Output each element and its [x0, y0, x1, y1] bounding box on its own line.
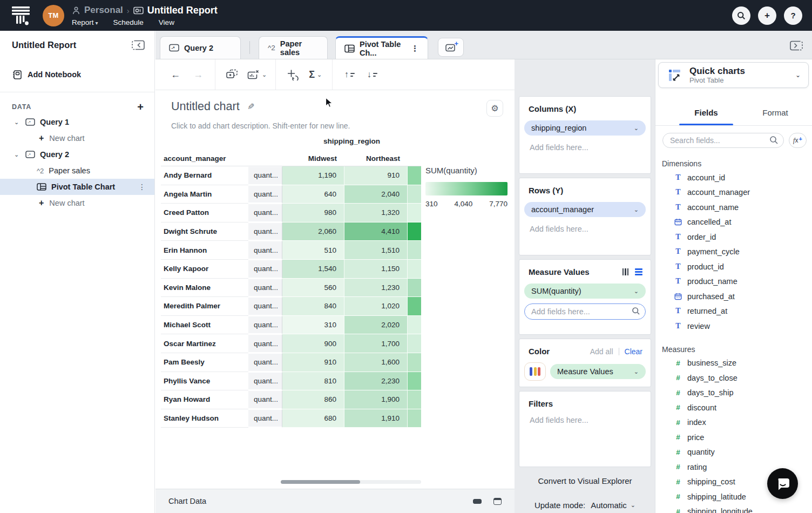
pivot-row-name[interactable]: Pam Beesly [161, 353, 248, 372]
update-mode-dropdown[interactable]: Automatic ⌄ [591, 501, 635, 510]
columns-layout-icon[interactable] [622, 268, 629, 275]
convert-to-visual-explorer-button[interactable]: Convert to Visual Explorer [519, 476, 651, 485]
minimize-panel-icon[interactable] [473, 499, 482, 504]
measure-item-price[interactable]: #price [655, 430, 812, 445]
measure-item-index[interactable]: #index [655, 415, 812, 430]
pivot-cell-value[interactable]: 840 [282, 297, 344, 316]
measure-item-quantity[interactable]: #quantity [655, 445, 812, 460]
dimension-item-order_id[interactable]: Torder_id [655, 230, 812, 245]
color-palette-button[interactable] [524, 362, 546, 381]
app-logo[interactable] [11, 5, 31, 26]
measure-item-shipping_longitude[interactable]: #shipping_longitude [655, 504, 812, 513]
measure-item-days_to_ship[interactable]: #days_to_ship [655, 386, 812, 401]
horizontal-scrollbar[interactable] [281, 480, 421, 484]
pivot-cell-value[interactable]: 910 [344, 166, 408, 185]
edit-pencil-icon[interactable]: ✎ [247, 102, 254, 112]
pivot-cell-value[interactable]: 1,150 [344, 260, 408, 279]
swap-axes-button[interactable] [285, 65, 301, 84]
pivot-cell-value[interactable]: 900 [282, 334, 344, 353]
pivot-cell-value[interactable]: 1,540 [282, 260, 344, 279]
pivot-cell-value[interactable]: 860 [282, 390, 344, 409]
sidebar-item-paper-sales[interactable]: ^2 Paper sales [0, 163, 154, 179]
pivot-row-name[interactable]: Erin Hannon [161, 241, 248, 260]
breadcrumb-report-title[interactable]: Untitled Report [147, 5, 218, 16]
redo-button[interactable]: → [190, 65, 206, 84]
search-button[interactable] [732, 6, 750, 25]
pivot-cell-value[interactable]: 510 [282, 241, 344, 260]
filters-dropzone[interactable]: Add fields here... [524, 408, 646, 424]
pivot-cell-value[interactable]: 1,190 [282, 166, 344, 185]
sidebar-item-new-chart-1[interactable]: + New chart [0, 130, 154, 146]
pivot-row-name[interactable]: Angela Martin [161, 185, 248, 204]
measure-item-days_to_close[interactable]: #days_to_close [655, 370, 812, 386]
add-measure-field-input[interactable] [524, 303, 646, 320]
pivot-cell-value[interactable]: 2,060 [282, 222, 344, 241]
chart-description-placeholder[interactable]: Click to add chart description. Shift-en… [171, 122, 350, 130]
pivot-cell-value[interactable]: 910 [282, 353, 344, 372]
column-header-midwest[interactable]: Midwest [282, 154, 344, 163]
dimension-item-review[interactable]: Treview [655, 319, 812, 334]
dimension-item-account_id[interactable]: Taccount_id [655, 170, 812, 185]
dimension-item-cancelled_at[interactable]: cancelled_at [655, 215, 812, 230]
sort-descending-button[interactable]: ↓ [364, 65, 380, 84]
kebab-menu-icon[interactable]: ⋮ [411, 44, 419, 53]
pivot-row-name[interactable]: Andy Bernard [161, 166, 248, 185]
columns-x-pill-shipping-region[interactable]: shipping_region ⌄ [524, 120, 646, 136]
add-all-link[interactable]: Add all [590, 347, 613, 356]
chart-data-label[interactable]: Chart Data [168, 497, 206, 505]
chart-type-selector[interactable]: Quick charts Pivot Table ⌄ [658, 62, 809, 88]
measure-pill-sum-quantity[interactable]: SUM(quantity) ⌄ [524, 284, 646, 299]
user-avatar[interactable]: TM [43, 5, 64, 26]
help-button[interactable]: ? [784, 6, 802, 25]
sidebar-item-new-chart-2[interactable]: + New chart [0, 195, 154, 211]
pivot-cell-value[interactable]: 310 [282, 316, 344, 335]
pivot-cell-value[interactable]: 1,900 [344, 390, 408, 409]
pivot-cell-value[interactable]: 1,910 [344, 409, 408, 428]
pivot-row-name[interactable]: Michael Scott [161, 316, 248, 335]
dimension-item-payment_cycle[interactable]: Tpayment_cycle [655, 245, 812, 260]
pivot-cell-value[interactable]: 1,320 [344, 204, 408, 222]
columns-x-dropzone[interactable]: Add fields here... [524, 136, 646, 152]
pivot-row-name[interactable]: Oscar Martinez [161, 334, 248, 353]
dimension-item-purchased_at[interactable]: purchased_at [655, 289, 812, 304]
add-button[interactable]: + [758, 6, 776, 25]
pivot-cell-value[interactable]: 1,600 [344, 353, 408, 372]
chevron-down-icon[interactable]: ⌄ [14, 119, 22, 126]
measure-item-discount[interactable]: #discount [655, 400, 812, 415]
search-fields-input[interactable] [662, 133, 784, 148]
maximize-panel-icon[interactable] [493, 498, 502, 505]
rows-y-pill-account-manager[interactable]: account_manager ⌄ [524, 202, 646, 217]
pivot-row-name[interactable]: Stanley Hudson [161, 409, 248, 428]
chart-settings-button[interactable]: ⚙ [486, 100, 503, 117]
dimension-item-account_manager[interactable]: Taccount_manager [655, 185, 812, 200]
clear-link[interactable]: Clear [625, 347, 642, 356]
pivot-cell-value[interactable]: 680 [282, 409, 344, 428]
pivot-row-name[interactable]: Dwight Schrute [161, 222, 248, 241]
pivot-cell-value[interactable]: 980 [282, 204, 344, 222]
pivot-cell-value[interactable]: 560 [282, 279, 344, 298]
row-dimension-header[interactable]: account_manager [161, 154, 248, 163]
tab-query-2[interactable]: -* Query 2 [160, 36, 241, 59]
dimension-item-product_name[interactable]: Tproduct_name [655, 274, 812, 289]
pivot-cell-value[interactable]: 1,020 [344, 297, 408, 316]
pivot-cell-value[interactable]: 640 [282, 185, 344, 204]
pivot-cell-value[interactable]: 1,230 [344, 279, 408, 298]
add-formula-button[interactable]: fx+ [789, 133, 807, 148]
menu-view[interactable]: View [159, 18, 174, 26]
pivot-cell-value[interactable]: 2,020 [344, 316, 408, 335]
delete-chart-button[interactable]: ⌄ [247, 65, 267, 84]
measure-item-business_size[interactable]: #business_size [655, 356, 812, 371]
rows-layout-icon[interactable] [635, 268, 642, 275]
menu-schedule[interactable]: Schedule [113, 18, 144, 26]
collapse-sidebar-button[interactable] [131, 39, 146, 52]
dimension-item-account_name[interactable]: Taccount_name [655, 200, 812, 215]
tab-fields[interactable]: Fields [672, 100, 741, 125]
duplicate-chart-button[interactable] [224, 65, 240, 84]
expand-right-panel-button[interactable] [789, 39, 804, 52]
kebab-menu-icon[interactable]: ⋮ [138, 183, 146, 191]
sidebar-item-pivot-table-chart[interactable]: Pivot Table Chart ⋮ [0, 179, 154, 195]
pivot-row-name[interactable]: Meredith Palmer [161, 297, 248, 316]
pivot-row-name[interactable]: Kelly Kapoor [161, 260, 248, 279]
undo-button[interactable]: ← [167, 65, 184, 84]
aggregate-button[interactable]: Σ ⌄ [307, 65, 323, 84]
